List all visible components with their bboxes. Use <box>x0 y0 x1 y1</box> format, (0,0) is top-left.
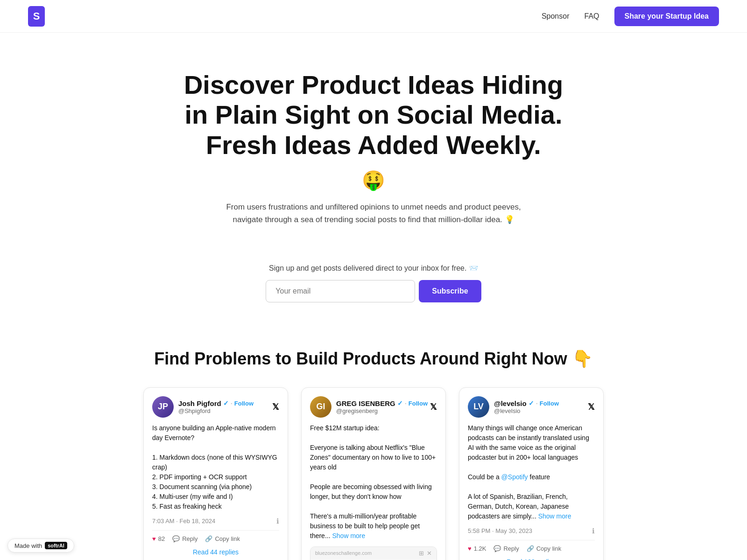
comment-icon-2: 💬 <box>493 545 501 552</box>
email-input[interactable] <box>266 280 415 302</box>
preview-close-icon[interactable]: ✕ <box>427 550 432 557</box>
reply-action-2[interactable]: 💬 Reply <box>493 545 519 552</box>
user-handle-0: @Shpigford <box>178 407 254 414</box>
faq-link[interactable]: FAQ <box>584 12 599 21</box>
comment-icon-0: 💬 <box>172 535 180 542</box>
softr-logo: softrAI <box>45 542 67 549</box>
signup-section: Sign up and get posts delivered direct t… <box>0 264 747 302</box>
preview-bar-1: bluezoneschallenge.com ⊞ ✕ <box>310 547 437 560</box>
show-more-2[interactable]: Show more <box>538 512 571 520</box>
signup-form: Subscribe <box>0 280 747 302</box>
hero-title: Discover Product Ideas Hiding in Plain S… <box>173 70 574 160</box>
link-icon-0: 🔗 <box>205 535 212 542</box>
x-logo-2: 𝕏 <box>588 402 595 412</box>
tweet-card-1: GI GREG ISENBERG ✓ · Follow @gregisenber… <box>301 387 446 560</box>
read-replies-link-0[interactable]: Read 44 replies <box>193 548 239 556</box>
tweet-user-0: JP Josh Pigford ✓ · Follow @Shpigford <box>152 396 254 418</box>
follow-link-2[interactable]: Follow <box>540 400 559 407</box>
logo-icon: S <box>28 6 45 27</box>
user-info-2: @levelsio ✓ · Follow @levelsio <box>494 399 559 414</box>
avatar-2: LV <box>468 396 489 418</box>
user-name-2: @levelsio ✓ · Follow <box>494 399 559 407</box>
problems-section-header: Find Problems to Build Products Around R… <box>0 321 747 387</box>
hero-emoji: 🤑 <box>19 169 728 191</box>
made-with-label: Made with <box>14 542 42 549</box>
verified-icon-0: ✓ <box>223 399 229 407</box>
hero-section: Discover Product Ideas Hiding in Plain S… <box>0 33 747 245</box>
tweet-body-2: Many things will change once American po… <box>468 423 595 521</box>
tweet-header-0: JP Josh Pigford ✓ · Follow @Shpigford 𝕏 <box>152 396 279 418</box>
avatar-0: JP <box>152 396 174 418</box>
preview-url-1: bluezoneschallenge.com <box>315 550 372 556</box>
tweet-user-2: LV @levelsio ✓ · Follow @levelsio <box>468 396 559 418</box>
subscribe-button[interactable]: Subscribe <box>419 280 481 302</box>
avatar-1: GI <box>310 396 331 418</box>
heart-icon-0: ♥ <box>152 535 156 542</box>
x-logo-1: 𝕏 <box>430 402 437 412</box>
tweet-body-0: Is anyone building an Apple-native moder… <box>152 423 279 511</box>
like-action-2[interactable]: ♥ 1.2K <box>468 545 486 552</box>
show-more-1[interactable]: Show more <box>332 532 365 539</box>
tweet-timestamp-2: 5:58 PM · May 30, 2023 ℹ <box>468 527 595 535</box>
signup-label: Sign up and get posts delivered direct t… <box>0 264 747 273</box>
heart-icon-2: ♥ <box>468 545 472 552</box>
info-icon-0: ℹ <box>276 517 279 525</box>
info-icon-2: ℹ <box>592 527 595 535</box>
tweet-timestamp-0: 7:03 AM · Feb 18, 2024 ℹ <box>152 517 279 525</box>
hero-subtitle: From users frustrations and unfiltered o… <box>210 201 537 226</box>
navbar: S Sponsor FAQ Share your Startup Idea <box>0 0 747 33</box>
link-icon-2: 🔗 <box>527 545 534 552</box>
tweet-card-2: LV @levelsio ✓ · Follow @levelsio 𝕏 Many… <box>459 387 604 560</box>
follow-link-0[interactable]: Follow <box>234 400 254 407</box>
user-name-0: Josh Pigford ✓ · Follow <box>178 399 254 407</box>
sponsor-link[interactable]: Sponsor <box>542 12 570 21</box>
tweet-header-1: GI GREG ISENBERG ✓ · Follow @gregisenber… <box>310 396 437 418</box>
user-info-0: Josh Pigford ✓ · Follow @Shpigford <box>178 399 254 414</box>
user-handle-1: @gregisenberg <box>336 407 428 414</box>
read-replies-link-2[interactable]: Read 103 replies <box>507 558 556 560</box>
tweet-actions-0: ♥ 82 💬 Reply 🔗 Copy link <box>152 530 279 542</box>
nav-links: Sponsor FAQ Share your Startup Idea <box>542 7 719 26</box>
copy-link-action-0[interactable]: 🔗 Copy link <box>205 535 240 542</box>
preview-grid-icon: ⊞ <box>419 550 424 557</box>
user-name-1: GREG ISENBERG ✓ · Follow <box>336 399 428 407</box>
user-info-1: GREG ISENBERG ✓ · Follow @gregisenberg <box>336 399 428 414</box>
user-handle-2: @levelsio <box>494 407 559 414</box>
logo[interactable]: S <box>28 6 45 27</box>
x-logo-0: 𝕏 <box>272 402 279 412</box>
tweet-header-2: LV @levelsio ✓ · Follow @levelsio 𝕏 <box>468 396 595 418</box>
share-idea-button[interactable]: Share your Startup Idea <box>614 7 719 26</box>
tweet-user-1: GI GREG ISENBERG ✓ · Follow @gregisenber… <box>310 396 428 418</box>
problems-title: Find Problems to Build Products Around R… <box>19 349 728 369</box>
read-replies-0[interactable]: Read 44 replies <box>152 542 279 558</box>
tweet-cards-row: JP Josh Pigford ✓ · Follow @Shpigford 𝕏 … <box>0 387 747 560</box>
reply-action-0[interactable]: 💬 Reply <box>172 535 197 542</box>
read-replies-2[interactable]: Read 103 replies <box>468 552 595 560</box>
verified-icon-2: ✓ <box>529 399 534 407</box>
made-with-badge: Made with softrAI <box>7 539 74 553</box>
tweet-image-preview-1: bluezoneschallenge.com ⊞ ✕ bluezoneschal… <box>310 546 437 560</box>
copy-link-action-2[interactable]: 🔗 Copy link <box>527 545 561 552</box>
like-action-0[interactable]: ♥ 82 <box>152 535 165 542</box>
tweet-body-1: Free $12M startup idea: Everyone is talk… <box>310 423 437 541</box>
verified-icon-1: ✓ <box>397 399 403 407</box>
tweet-card-0: JP Josh Pigford ✓ · Follow @Shpigford 𝕏 … <box>143 387 288 560</box>
tweet-actions-2: ♥ 1.2K 💬 Reply 🔗 Copy link <box>468 540 595 552</box>
follow-link-1[interactable]: Follow <box>409 400 428 407</box>
